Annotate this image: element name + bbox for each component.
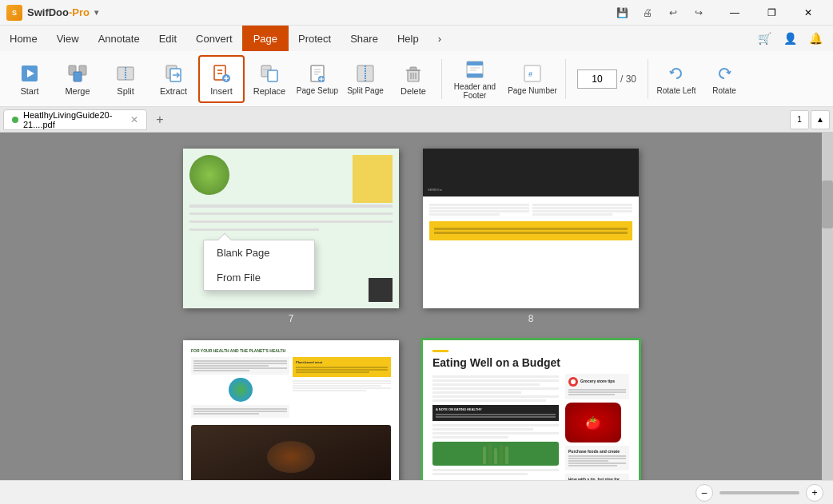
page-setup-icon [306,62,329,85]
page10-content: Eating Well on a Budget [423,340,639,480]
page10-tomato-image: 🍅 [565,403,621,442]
menu-convert[interactable]: Convert [186,26,242,51]
menu-home[interactable]: Home [0,26,47,51]
merge-icon [66,62,89,85]
toolbar-merge-button[interactable]: Merge [54,55,101,103]
page-9-wrapper: FOR YOUR HEALTH AND THE PLANET'S HEALTH [183,340,399,480]
app-dropdown-arrow[interactable]: ▾ [94,8,98,17]
page8-bottom [423,196,639,247]
pdf-page-10[interactable]: Eating Well on a Budget [423,340,639,480]
logo-icon: S [6,5,22,21]
svg-rect-36 [467,73,483,77]
zoom-slider[interactable] [719,491,799,494]
delete-icon [402,62,424,85]
replace-icon [258,62,281,85]
toolbar-start-button[interactable]: Start [6,55,53,103]
menu-more[interactable]: › [428,26,451,51]
page10-card-1: Grocery store tips [565,374,629,399]
toolbar-split-page-label: Split Page [347,86,384,95]
menu-share[interactable]: Share [341,26,388,51]
menu-protect[interactable]: Protect [289,26,341,51]
svg-text:#: # [528,70,532,78]
page-total-label: / 30 [620,73,636,85]
page-number-area: / 30 [577,69,636,89]
page10-accent-bar [432,350,448,352]
tab-navigation: 1 ▲ [790,110,830,129]
toolbar-delete-button[interactable]: Delete [390,55,436,103]
toolbar-separator-1 [441,59,442,99]
menu-view[interactable]: View [47,26,89,51]
toolbar-page-number-button[interactable]: # Page Number [504,55,560,103]
main-content: 7 SERIES ▸ [0,133,833,480]
app-logo: S SwifDoo-Pro ▾ [6,5,98,21]
redo-icon[interactable]: ↪ [688,2,710,24]
toolbar-separator-2 [565,59,566,99]
toolbar-insert-button[interactable]: Insert [198,55,245,103]
toolbar-replace-label: Replace [253,86,285,96]
toolbar-separator-3 [648,59,648,99]
page-7-wrapper: 7 [183,149,399,324]
insert-blank-page-item[interactable]: Blank Page [204,240,314,265]
toolbar-header-footer-label: Header and Footer [447,82,503,100]
toolbar-extract-label: Extract [160,86,187,96]
extract-icon [162,62,185,85]
toolbar-rotate-left-button[interactable]: Rotate Left [653,55,699,103]
menu-page[interactable]: Page [242,26,289,51]
start-icon [18,62,41,85]
toolbar-replace-button[interactable]: Replace [246,55,293,103]
page8-top: SERIES ▸ [423,149,639,196]
toolbar-header-footer-button[interactable]: Header and Footer [447,55,503,103]
save-icon[interactable]: 💾 [611,2,633,24]
minimize-button[interactable]: — [716,0,753,26]
toolbar-split-button[interactable]: Split [102,55,149,103]
page10-title: Eating Well on a Budget [432,357,629,369]
status-bar: – + [0,480,833,504]
undo-icon[interactable]: ↩ [662,2,684,24]
new-tab-button[interactable]: + [150,110,169,129]
split-icon [114,62,137,85]
menu-annotate[interactable]: Annotate [89,26,149,51]
page10-columns: A NOTE ON EATING HEALTHY [432,374,629,480]
print-icon[interactable]: 🖨 [636,2,659,24]
tab-nav-up[interactable]: ▲ [811,110,830,129]
toolbar-page-setup-button[interactable]: Page Setup [294,55,341,103]
pdf-pages-area: 7 SERIES ▸ [0,133,822,480]
toolbar-rotate-right-button[interactable]: Rotate [701,55,747,103]
page-8-wrapper: SERIES ▸ [423,149,639,324]
toolbar-page-number-label: Page Number [508,86,557,95]
pdf-page-8[interactable]: SERIES ▸ [423,149,639,308]
page10-banner: A NOTE ON EATING HEALTHY [432,405,559,421]
rotate-right-icon [713,62,735,85]
insert-icon [210,62,233,85]
menu-edit[interactable]: Edit [149,26,186,51]
toolbar-rotate-right-label: Rotate [712,86,735,95]
zoom-in-button[interactable]: + [806,484,823,502]
page10-asparagus-image [432,442,559,466]
insert-from-file-item[interactable]: From File [204,265,314,290]
pdf-page-9[interactable]: FOR YOUR HEALTH AND THE PLANET'S HEALTH [183,340,399,480]
bell-icon[interactable]: 🔔 [804,27,827,50]
toolbar-split-page-button[interactable]: Split Page [342,55,389,103]
toolbar-start-label: Start [20,86,38,96]
page9-food-image [191,425,391,480]
page10-left-column: A NOTE ON EATING HEALTHY [432,374,559,480]
page-number-input[interactable] [577,69,617,89]
svg-rect-4 [74,72,82,81]
insert-dropdown-menu: Blank Page From File [203,240,315,291]
split-page-icon [354,62,377,85]
toolbar-extract-button[interactable]: Extract [150,55,197,103]
page10-right-column: Grocery store tips 🍅 [565,374,629,480]
close-button[interactable]: ✕ [790,0,827,26]
document-tab[interactable]: HeatlhyLivingGuide20-21....pdf ✕ [3,109,147,130]
cart-icon[interactable]: 🛒 [753,27,775,50]
svg-rect-30 [410,67,416,70]
user-icon[interactable]: 👤 [779,27,801,50]
toolbar-rotate-left-label: Rotate Left [657,86,696,95]
vertical-scrollbar[interactable] [822,133,833,480]
title-bar: S SwifDoo-Pro ▾ 💾 🖨 ↩ ↪ — ❐ ✕ [0,0,833,26]
maximize-button[interactable]: ❐ [753,0,790,26]
app-name: SwifDoo-Pro [27,6,90,18]
tab-close-icon[interactable]: ✕ [130,114,138,125]
menu-help[interactable]: Help [388,26,428,51]
zoom-out-button[interactable]: – [695,484,713,502]
